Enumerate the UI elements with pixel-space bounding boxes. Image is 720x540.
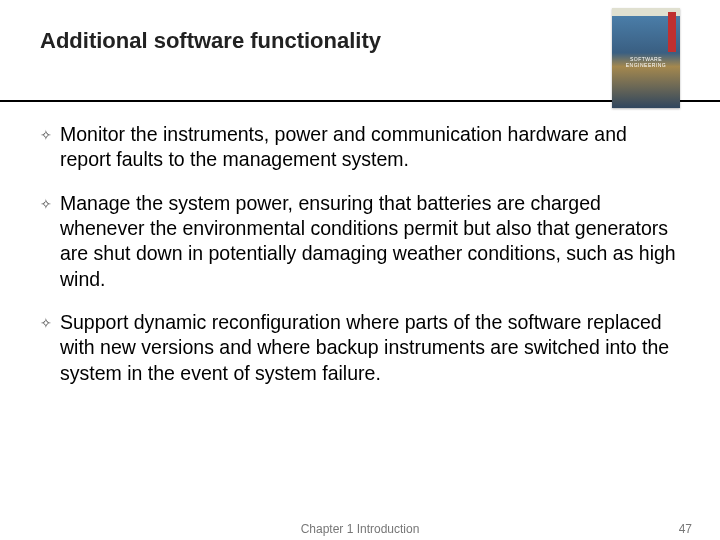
footer-chapter: Chapter 1 Introduction <box>0 522 720 536</box>
page-title: Additional software functionality <box>40 28 680 54</box>
bullet-text: Manage the system power, ensuring that b… <box>60 191 680 292</box>
header: Additional software functionality SOFTWA… <box>0 0 720 102</box>
slide: Additional software functionality SOFTWA… <box>0 0 720 540</box>
book-cover-image: SOFTWARE ENGINEERING <box>612 8 680 108</box>
book-cover-label: SOFTWARE ENGINEERING <box>612 56 680 68</box>
page-number: 47 <box>679 522 692 536</box>
diamond-icon: ✧ <box>40 122 60 173</box>
list-item: ✧ Support dynamic reconfiguration where … <box>40 310 680 386</box>
list-item: ✧ Monitor the instruments, power and com… <box>40 122 680 173</box>
list-item: ✧ Manage the system power, ensuring that… <box>40 191 680 292</box>
diamond-icon: ✧ <box>40 310 60 386</box>
diamond-icon: ✧ <box>40 191 60 292</box>
bullet-text: Monitor the instruments, power and commu… <box>60 122 680 173</box>
bullet-text: Support dynamic reconfiguration where pa… <box>60 310 680 386</box>
content-area: ✧ Monitor the instruments, power and com… <box>0 102 720 386</box>
